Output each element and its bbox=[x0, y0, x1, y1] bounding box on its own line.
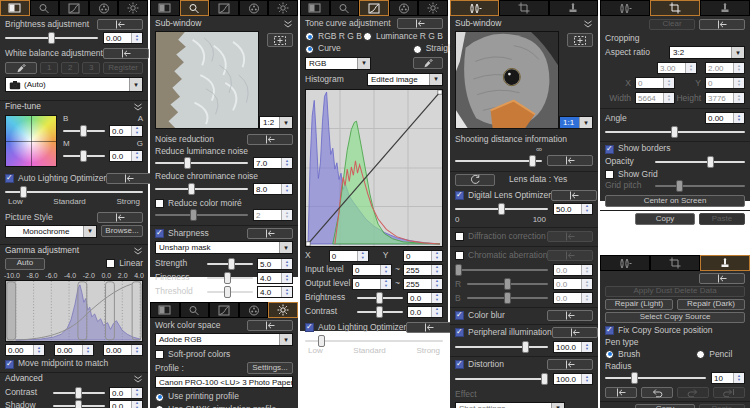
printing-profile-radio[interactable] bbox=[155, 393, 164, 402]
ba-slider[interactable] bbox=[63, 125, 105, 137]
tab-tone-curve[interactable] bbox=[59, 0, 89, 16]
tc-contrast-slider[interactable] bbox=[357, 306, 403, 318]
crop-y-value[interactable]: 0 bbox=[705, 77, 745, 89]
curve-radio[interactable] bbox=[305, 45, 314, 54]
gamma-histogram[interactable] bbox=[5, 280, 143, 342]
zoom-ratio-dropdown[interactable]: 1:2 bbox=[259, 116, 293, 129]
rgb-mode-radio[interactable] bbox=[305, 32, 314, 41]
softproof-checkbox[interactable] bbox=[155, 350, 164, 359]
tab-color-adjustment[interactable] bbox=[239, 302, 269, 318]
output-level-low[interactable]: 0 bbox=[352, 278, 392, 290]
radius-slider[interactable] bbox=[605, 372, 706, 384]
peripheral-value[interactable]: 100.0 bbox=[553, 341, 593, 353]
sharpness-mode-dropdown[interactable]: Unsharp mask bbox=[155, 241, 293, 254]
wb-reset-button[interactable] bbox=[103, 48, 149, 59]
wb-preset3-button[interactable]: 3 bbox=[82, 62, 100, 74]
luminance-noise-value[interactable]: 7.0 bbox=[253, 157, 293, 169]
contrast-value[interactable]: 0.0 bbox=[109, 387, 143, 399]
tc-alo-slider[interactable] bbox=[305, 335, 443, 347]
gamma-midpoint-value[interactable]: 0.00 bbox=[54, 344, 94, 356]
profile-settings-button[interactable]: Settings... bbox=[247, 362, 293, 374]
tab-crop[interactable] bbox=[650, 255, 700, 271]
channel-dropdown[interactable]: RGB bbox=[305, 57, 371, 70]
sharpness-reset-button[interactable] bbox=[247, 228, 293, 239]
stamp-reset-button[interactable] bbox=[699, 273, 745, 284]
color-moire-slider[interactable] bbox=[155, 209, 248, 221]
redo-button[interactable] bbox=[677, 387, 709, 398]
tab-basic-adjustment[interactable] bbox=[150, 302, 180, 318]
ca-main-slider[interactable] bbox=[455, 264, 548, 276]
fix-copy-source-checkbox[interactable] bbox=[605, 326, 614, 335]
tab-detail-adjustment[interactable] bbox=[30, 0, 60, 16]
color-moire-value[interactable]: 2 bbox=[253, 209, 293, 221]
color-moire-checkbox[interactable] bbox=[155, 199, 164, 208]
tone-curve-editor[interactable] bbox=[305, 89, 443, 247]
brightness-reset-button[interactable] bbox=[97, 19, 143, 30]
work-color-space-reset-button[interactable] bbox=[247, 320, 293, 331]
effect-dropdown[interactable]: Shot settings bbox=[455, 402, 565, 408]
crop-x-value[interactable]: 0 bbox=[635, 77, 675, 89]
tab-dust-delete[interactable] bbox=[700, 255, 750, 271]
center-on-screen-button[interactable]: Center on Screen bbox=[605, 195, 745, 207]
crop-height-value[interactable]: 3776 bbox=[705, 92, 745, 104]
chrominance-noise-value[interactable]: 8.0 bbox=[253, 183, 293, 195]
distortion-checkbox[interactable] bbox=[455, 360, 464, 369]
tone-curve-reset-button[interactable] bbox=[397, 18, 443, 29]
ba-value[interactable]: 0.0 bbox=[109, 125, 143, 137]
alo-reset-button[interactable] bbox=[106, 173, 152, 184]
show-grid-checkbox[interactable] bbox=[605, 170, 614, 179]
dlo-checkbox[interactable] bbox=[455, 191, 464, 200]
picture-style-reset-button[interactable] bbox=[97, 212, 143, 223]
finetune-section-header[interactable]: Fine-tune bbox=[0, 100, 148, 113]
threshold-slider[interactable] bbox=[207, 286, 253, 298]
brightness-value[interactable]: 0.00 bbox=[103, 32, 143, 44]
fineness-value[interactable]: 4.0 bbox=[257, 272, 293, 284]
tab-crop[interactable] bbox=[650, 0, 700, 16]
linear-checkbox[interactable] bbox=[106, 259, 115, 268]
tc-brightness-value[interactable]: 0.0 bbox=[407, 292, 443, 304]
paste-button[interactable]: Paste bbox=[699, 404, 745, 408]
tab-lens-correction[interactable] bbox=[600, 0, 650, 16]
redo-all-button[interactable] bbox=[713, 387, 745, 398]
luminance-mode-radio[interactable] bbox=[363, 32, 372, 41]
copy-button[interactable]: Copy bbox=[635, 404, 695, 408]
tab-tone-curve[interactable] bbox=[209, 302, 239, 318]
tab-settings[interactable] bbox=[268, 302, 298, 318]
tc-alo-reset-button[interactable] bbox=[406, 322, 452, 333]
angle-slider[interactable] bbox=[605, 126, 745, 138]
strength-slider[interactable] bbox=[207, 258, 253, 270]
strength-value[interactable]: 5.0 bbox=[257, 258, 293, 270]
show-borders-checkbox[interactable] bbox=[605, 145, 614, 154]
picture-style-dropdown[interactable]: Monochrome bbox=[5, 225, 97, 238]
tc-contrast-value[interactable]: 0.0 bbox=[407, 306, 443, 318]
contrast-slider[interactable] bbox=[53, 387, 105, 399]
diffraction-checkbox[interactable] bbox=[455, 232, 464, 241]
mg-value[interactable]: 0.0 bbox=[109, 150, 143, 162]
undo-button[interactable] bbox=[641, 387, 673, 398]
select-copy-source-button[interactable]: Select Copy Source bbox=[605, 312, 745, 323]
threshold-value[interactable]: 4.0 bbox=[257, 286, 293, 298]
crop-width-value[interactable]: 5664 bbox=[635, 92, 675, 104]
straight-radio[interactable] bbox=[413, 45, 422, 54]
noise-reduction-reset-button[interactable] bbox=[247, 134, 293, 145]
color-blur-checkbox[interactable] bbox=[455, 311, 464, 320]
shadow-slider[interactable] bbox=[53, 400, 105, 408]
angle-value[interactable]: 0.00 bbox=[705, 112, 745, 124]
dlo-slider[interactable] bbox=[455, 203, 548, 215]
sharpness-checkbox[interactable] bbox=[155, 229, 164, 238]
shooting-distance-slider[interactable] bbox=[455, 155, 542, 167]
brightness-slider[interactable] bbox=[5, 32, 98, 44]
tab-settings[interactable] bbox=[118, 0, 148, 16]
radius-value[interactable]: 10 bbox=[711, 372, 745, 384]
browse-button[interactable]: Browse... bbox=[101, 225, 143, 237]
ca-main-value[interactable]: 0.0 bbox=[553, 264, 593, 276]
subwindow-header[interactable]: Sub-window bbox=[450, 17, 598, 30]
wb-preset1-button[interactable]: 1 bbox=[40, 62, 58, 74]
subwindow-header[interactable]: Sub-window bbox=[150, 17, 298, 30]
wb-register-button[interactable]: Register bbox=[103, 62, 143, 74]
ca-blue-value[interactable]: 0.0 bbox=[553, 292, 593, 304]
tab-lens-correction[interactable] bbox=[450, 0, 499, 16]
shooting-distance-reset-button[interactable] bbox=[547, 155, 593, 166]
copy-button[interactable]: Copy bbox=[635, 213, 695, 225]
color-blur-reset-button[interactable] bbox=[547, 310, 593, 321]
